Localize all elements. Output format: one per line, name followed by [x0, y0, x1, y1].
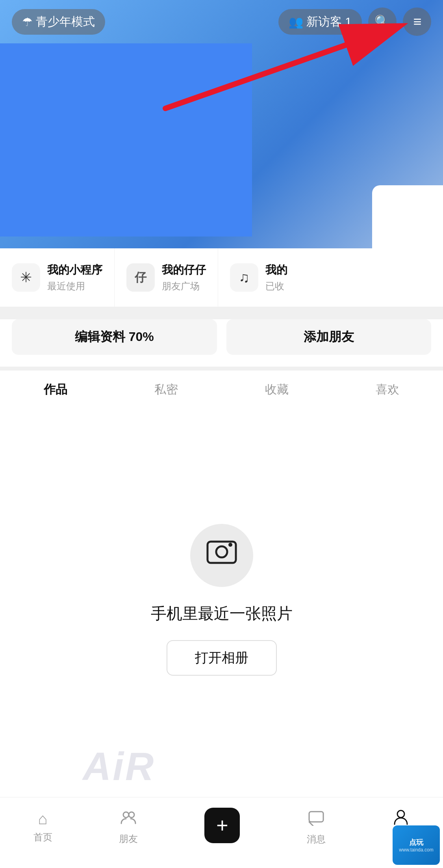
photo-icon	[206, 538, 237, 572]
zaizai-icon: 仔	[126, 263, 155, 292]
quick-item-music[interactable]: ♫ 我的 已收	[218, 248, 299, 307]
friends-label: 朋友	[119, 833, 138, 845]
header-right: 👥 新访客 1 🔍 ≡	[278, 7, 431, 36]
nav-messages[interactable]: 消息	[307, 808, 326, 846]
open-album-button[interactable]: 打开相册	[167, 640, 277, 676]
messages-label: 消息	[307, 833, 326, 846]
search-icon: 🔍	[374, 14, 390, 29]
svg-point-6	[129, 812, 134, 818]
mini-programs-sub: 最近使用	[47, 280, 102, 292]
zaizai-sub: 朋友广场	[162, 280, 206, 292]
music-title: 我的	[265, 263, 287, 278]
hero-right-card	[372, 185, 443, 248]
tabs-bar: 作品 私密 收藏 喜欢	[0, 371, 443, 407]
shield-icon: ☂	[22, 15, 33, 29]
nav-home[interactable]: ⌂ 首页	[33, 810, 52, 844]
youth-mode-button[interactable]: ☂ 青少年模式	[12, 9, 105, 35]
svg-rect-7	[309, 812, 323, 822]
friends-icon	[120, 808, 137, 829]
plus-button[interactable]: +	[204, 808, 240, 843]
photo-icon-circle	[190, 524, 253, 587]
svg-point-5	[123, 812, 129, 818]
mini-programs-title: 我的小程序	[47, 263, 102, 278]
home-icon: ⌂	[38, 810, 48, 828]
new-visitor-button[interactable]: 👥 新访客 1	[278, 9, 362, 35]
empty-state-title: 手机里最近一张照片	[151, 603, 293, 624]
music-sub: 已收	[265, 280, 287, 292]
nav-friends[interactable]: 朋友	[119, 808, 138, 845]
visitor-icon: 👥	[289, 15, 303, 29]
content-area: 手机里最近一张照片 打开相册	[0, 402, 443, 797]
menu-button[interactable]: ≡	[403, 7, 431, 36]
youth-mode-label: 青少年模式	[36, 14, 95, 30]
search-button[interactable]: 🔍	[368, 7, 397, 36]
tab-works[interactable]: 作品	[0, 371, 111, 406]
edit-profile-button[interactable]: 编辑资料 70%	[12, 319, 217, 355]
tab-favorites[interactable]: 收藏	[222, 371, 332, 406]
quick-access-row: ✳ 我的小程序 最近使用 仔 我的仔仔 朋友广场 ♫ 我的 已收	[0, 248, 443, 307]
music-icon: ♫	[230, 263, 258, 292]
bottom-nav: ⌂ 首页 朋友 + 消息	[0, 797, 443, 868]
home-label: 首页	[33, 831, 52, 844]
mini-programs-icon: ✳	[12, 263, 40, 292]
add-friend-button[interactable]: 添加朋友	[226, 319, 432, 355]
messages-icon	[308, 808, 325, 830]
hero-blue-block	[0, 43, 252, 237]
tab-private[interactable]: 私密	[111, 371, 221, 406]
air-branding: AiR	[83, 744, 155, 789]
svg-point-8	[397, 810, 404, 818]
zaizai-title: 我的仔仔	[162, 263, 206, 278]
watermark: 点玩 www.tainda.com	[393, 825, 440, 865]
header-left: ☂ 青少年模式	[12, 9, 105, 35]
quick-item-zaizai[interactable]: 仔 我的仔仔 朋友广场	[115, 248, 218, 307]
svg-point-3	[216, 546, 227, 557]
action-row: 编辑资料 70% 添加朋友	[0, 319, 443, 367]
quick-item-mini-programs[interactable]: ✳ 我的小程序 最近使用	[0, 248, 115, 307]
header: ☂ 青少年模式 👥 新访客 1 🔍 ≡	[0, 0, 443, 43]
watermark-logo: 点玩	[409, 838, 423, 847]
tab-likes[interactable]: 喜欢	[332, 371, 443, 406]
plus-icon: +	[216, 815, 228, 836]
watermark-site: www.tainda.com	[399, 847, 433, 853]
nav-plus[interactable]: +	[204, 808, 240, 846]
new-visitor-label: 新访客 1	[306, 14, 352, 30]
menu-icon: ≡	[413, 15, 421, 29]
svg-point-4	[228, 543, 232, 547]
